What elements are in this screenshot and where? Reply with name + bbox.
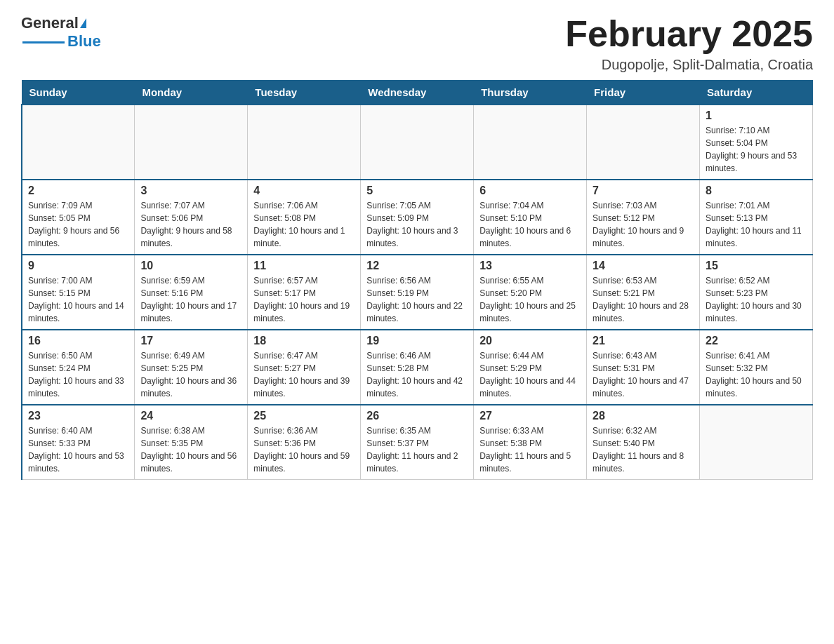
- calendar-cell: 23Sunrise: 6:40 AMSunset: 5:33 PMDayligh…: [22, 405, 135, 480]
- calendar-cell: 2Sunrise: 7:09 AMSunset: 5:05 PMDaylight…: [22, 180, 135, 255]
- calendar-cell: [361, 105, 474, 180]
- calendar-day-header: Friday: [587, 81, 700, 105]
- calendar-day-header: Sunday: [22, 81, 135, 105]
- calendar-cell: 22Sunrise: 6:41 AMSunset: 5:32 PMDayligh…: [700, 330, 813, 405]
- logo-blue-text: Blue: [67, 32, 101, 51]
- day-info: Sunrise: 7:10 AMSunset: 5:04 PMDaylight:…: [706, 124, 807, 175]
- calendar-week-row: 16Sunrise: 6:50 AMSunset: 5:24 PMDayligh…: [22, 330, 813, 405]
- day-info: Sunrise: 6:57 AMSunset: 5:17 PMDaylight:…: [253, 274, 355, 325]
- calendar-cell: 14Sunrise: 6:53 AMSunset: 5:21 PMDayligh…: [587, 255, 700, 330]
- day-info: Sunrise: 6:46 AMSunset: 5:28 PMDaylight:…: [366, 349, 468, 400]
- calendar-cell: [248, 105, 361, 180]
- day-number: 8: [706, 185, 807, 197]
- day-number: 14: [593, 260, 694, 272]
- calendar-cell: 11Sunrise: 6:57 AMSunset: 5:17 PMDayligh…: [248, 255, 361, 330]
- day-number: 11: [253, 260, 355, 272]
- day-info: Sunrise: 7:09 AMSunset: 5:05 PMDaylight:…: [28, 199, 128, 250]
- calendar-cell: [700, 405, 813, 480]
- calendar-cell: 6Sunrise: 7:04 AMSunset: 5:10 PMDaylight…: [474, 180, 587, 255]
- day-number: 27: [479, 410, 581, 422]
- day-info: Sunrise: 6:32 AMSunset: 5:40 PMDaylight:…: [593, 424, 694, 475]
- day-number: 2: [28, 185, 128, 197]
- page-header: General Blue February 2025 Dugopolje, Sp…: [21, 14, 813, 73]
- day-number: 6: [479, 185, 581, 197]
- day-info: Sunrise: 7:05 AMSunset: 5:09 PMDaylight:…: [366, 199, 468, 250]
- day-info: Sunrise: 6:50 AMSunset: 5:24 PMDaylight:…: [28, 349, 128, 400]
- calendar-day-header: Wednesday: [361, 81, 474, 105]
- calendar-cell: [22, 105, 135, 180]
- day-info: Sunrise: 6:52 AMSunset: 5:23 PMDaylight:…: [706, 274, 807, 325]
- calendar-cell: [587, 105, 700, 180]
- calendar-cell: 7Sunrise: 7:03 AMSunset: 5:12 PMDaylight…: [587, 180, 700, 255]
- day-number: 3: [140, 185, 241, 197]
- day-number: 25: [253, 410, 355, 422]
- day-number: 21: [593, 335, 694, 347]
- day-number: 15: [706, 260, 807, 272]
- calendar-cell: 17Sunrise: 6:49 AMSunset: 5:25 PMDayligh…: [135, 330, 248, 405]
- calendar-table: SundayMondayTuesdayWednesdayThursdayFrid…: [21, 80, 813, 480]
- day-info: Sunrise: 6:56 AMSunset: 5:19 PMDaylight:…: [366, 274, 468, 325]
- calendar-day-header: Tuesday: [248, 81, 361, 105]
- calendar-cell: [474, 105, 587, 180]
- calendar-day-header: Thursday: [474, 81, 587, 105]
- calendar-cell: 28Sunrise: 6:32 AMSunset: 5:40 PMDayligh…: [587, 405, 700, 480]
- day-info: Sunrise: 6:47 AMSunset: 5:27 PMDaylight:…: [253, 349, 355, 400]
- day-info: Sunrise: 6:38 AMSunset: 5:35 PMDaylight:…: [140, 424, 241, 475]
- day-number: 4: [253, 185, 355, 197]
- calendar-cell: 24Sunrise: 6:38 AMSunset: 5:35 PMDayligh…: [135, 405, 248, 480]
- calendar-cell: [135, 105, 248, 180]
- calendar-cell: 9Sunrise: 7:00 AMSunset: 5:15 PMDaylight…: [22, 255, 135, 330]
- logo-general-text: General: [21, 14, 79, 32]
- calendar-cell: 10Sunrise: 6:59 AMSunset: 5:16 PMDayligh…: [135, 255, 248, 330]
- day-info: Sunrise: 7:06 AMSunset: 5:08 PMDaylight:…: [253, 199, 355, 250]
- day-number: 1: [706, 109, 807, 122]
- day-info: Sunrise: 6:44 AMSunset: 5:29 PMDaylight:…: [479, 349, 581, 400]
- day-number: 28: [593, 410, 694, 422]
- day-info: Sunrise: 6:40 AMSunset: 5:33 PMDaylight:…: [28, 424, 128, 475]
- day-info: Sunrise: 6:49 AMSunset: 5:25 PMDaylight:…: [140, 349, 241, 400]
- calendar-cell: 25Sunrise: 6:36 AMSunset: 5:36 PMDayligh…: [248, 405, 361, 480]
- month-title: February 2025: [565, 14, 813, 54]
- calendar-week-row: 1Sunrise: 7:10 AMSunset: 5:04 PMDaylight…: [22, 105, 813, 180]
- day-info: Sunrise: 7:07 AMSunset: 5:06 PMDaylight:…: [140, 199, 241, 250]
- day-number: 24: [140, 410, 241, 422]
- day-number: 7: [593, 185, 694, 197]
- calendar-week-row: 9Sunrise: 7:00 AMSunset: 5:15 PMDaylight…: [22, 255, 813, 330]
- day-number: 13: [479, 260, 581, 272]
- calendar-cell: 19Sunrise: 6:46 AMSunset: 5:28 PMDayligh…: [361, 330, 474, 405]
- calendar-cell: 5Sunrise: 7:05 AMSunset: 5:09 PMDaylight…: [361, 180, 474, 255]
- calendar-cell: 20Sunrise: 6:44 AMSunset: 5:29 PMDayligh…: [474, 330, 587, 405]
- calendar-cell: 15Sunrise: 6:52 AMSunset: 5:23 PMDayligh…: [700, 255, 813, 330]
- day-number: 10: [140, 260, 241, 272]
- day-number: 16: [28, 335, 128, 347]
- day-info: Sunrise: 6:53 AMSunset: 5:21 PMDaylight:…: [593, 274, 694, 325]
- calendar-cell: 12Sunrise: 6:56 AMSunset: 5:19 PMDayligh…: [361, 255, 474, 330]
- day-info: Sunrise: 6:36 AMSunset: 5:36 PMDaylight:…: [253, 424, 355, 475]
- day-info: Sunrise: 7:03 AMSunset: 5:12 PMDaylight:…: [593, 199, 694, 250]
- day-info: Sunrise: 7:01 AMSunset: 5:13 PMDaylight:…: [706, 199, 807, 250]
- logo: General Blue: [21, 14, 101, 51]
- day-info: Sunrise: 7:04 AMSunset: 5:10 PMDaylight:…: [479, 199, 581, 250]
- day-number: 23: [28, 410, 128, 422]
- day-number: 18: [253, 335, 355, 347]
- day-number: 17: [140, 335, 241, 347]
- calendar-cell: 4Sunrise: 7:06 AMSunset: 5:08 PMDaylight…: [248, 180, 361, 255]
- day-number: 5: [366, 185, 468, 197]
- calendar-cell: 18Sunrise: 6:47 AMSunset: 5:27 PMDayligh…: [248, 330, 361, 405]
- calendar-cell: 21Sunrise: 6:43 AMSunset: 5:31 PMDayligh…: [587, 330, 700, 405]
- location-text: Dugopolje, Split-Dalmatia, Croatia: [565, 57, 813, 73]
- calendar-week-row: 2Sunrise: 7:09 AMSunset: 5:05 PMDaylight…: [22, 180, 813, 255]
- day-number: 22: [706, 335, 807, 347]
- logo-triangle-icon: [80, 18, 86, 28]
- day-info: Sunrise: 6:43 AMSunset: 5:31 PMDaylight:…: [593, 349, 694, 400]
- day-info: Sunrise: 7:00 AMSunset: 5:15 PMDaylight:…: [28, 274, 128, 325]
- day-number: 19: [366, 335, 468, 347]
- calendar-cell: 16Sunrise: 6:50 AMSunset: 5:24 PMDayligh…: [22, 330, 135, 405]
- calendar-day-header: Monday: [135, 81, 248, 105]
- day-info: Sunrise: 6:33 AMSunset: 5:38 PMDaylight:…: [479, 424, 581, 475]
- day-number: 20: [479, 335, 581, 347]
- day-info: Sunrise: 6:59 AMSunset: 5:16 PMDaylight:…: [140, 274, 241, 325]
- day-info: Sunrise: 6:35 AMSunset: 5:37 PMDaylight:…: [366, 424, 468, 475]
- calendar-cell: 26Sunrise: 6:35 AMSunset: 5:37 PMDayligh…: [361, 405, 474, 480]
- calendar-cell: 3Sunrise: 7:07 AMSunset: 5:06 PMDaylight…: [135, 180, 248, 255]
